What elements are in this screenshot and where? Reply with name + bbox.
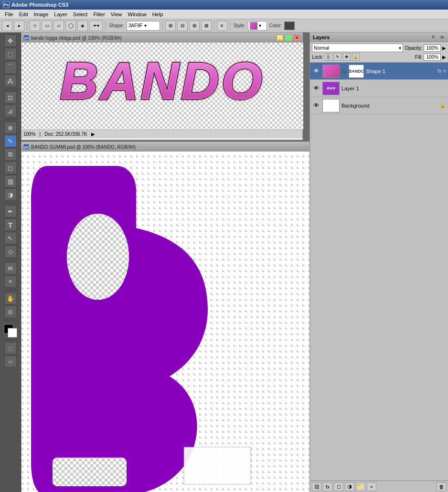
layers-panel-expand[interactable]: ≫ — [439, 35, 445, 40]
toolbar-align-btn[interactable]: ≡ — [217, 21, 227, 31]
lock-all[interactable]: 🔒 — [352, 53, 360, 61]
tool-sep6 — [3, 320, 18, 320]
tool-screen-mode[interactable]: ▭ — [4, 355, 17, 368]
menu-view[interactable]: View — [108, 11, 125, 18]
tool-move[interactable]: ✥ — [4, 34, 17, 47]
menu-image[interactable]: Image — [31, 11, 52, 18]
doc1-minimize[interactable]: _ — [277, 34, 283, 41]
menu-select[interactable]: Select — [70, 11, 91, 18]
toolbar-btn1[interactable]: ⊹ — [30, 21, 40, 31]
doc1-doc-size-label: | — [40, 131, 41, 137]
layer-delete-btn[interactable]: 🗑 — [437, 482, 446, 491]
tool-eyedropper[interactable]: ⊿ — [4, 105, 17, 117]
lock-transparent-pixels[interactable]: ⣿ — [325, 53, 332, 61]
eye-icon-background: 👁 — [313, 102, 320, 109]
fill-arrow[interactable]: ▶ — [442, 55, 446, 60]
tool-pen[interactable]: ✒ — [4, 205, 17, 218]
style-dropdown[interactable]: ▾ — [248, 21, 267, 31]
toolbar-style-btn4[interactable]: ⊠ — [201, 21, 212, 31]
opacity-label: Opacity: — [405, 45, 423, 51]
tool-sep4 — [3, 260, 18, 260]
tool-zoom[interactable]: ⊙ — [4, 306, 17, 318]
toolbar-style-btn2[interactable]: ⊟ — [177, 21, 188, 31]
layer-new-btn[interactable]: + — [367, 482, 376, 491]
tool-lasso[interactable]: ⌒ — [4, 61, 17, 74]
lock-image-pixels[interactable]: ✎ — [334, 53, 341, 61]
tool-gradient[interactable]: ▥ — [4, 175, 17, 187]
layer2-visibility[interactable]: 👁 — [312, 84, 320, 93]
layer-item-shape1[interactable]: 👁 ⛓ BANDO Shape 1 fx ≡ — [310, 63, 448, 80]
svg-rect-6 — [53, 458, 127, 486]
doc1-doc-size: Doc: 252.5K/336.7K — [44, 131, 87, 137]
menu-layer[interactable]: Layer — [51, 11, 70, 18]
menu-help[interactable]: Help — [149, 11, 166, 18]
svg-point-4 — [67, 214, 129, 300]
ps-app-icon: Ps — [3, 1, 10, 8]
toolbar-style-btn1[interactable]: ⊞ — [165, 21, 176, 31]
tool-crop[interactable]: ⊡ — [4, 91, 17, 104]
tool-hand[interactable]: ✋ — [4, 292, 17, 305]
tool-heal[interactable]: ⊕ — [4, 121, 17, 134]
tool-notes[interactable]: ✉ — [4, 262, 17, 274]
menu-edit[interactable]: Edit — [16, 11, 31, 18]
layer-adjustment-btn[interactable]: ◑ — [345, 482, 354, 491]
content-area: ps bando logga riktiga.psd @ 100% (RGB/8… — [21, 33, 309, 492]
layer3-thumbnail — [322, 99, 340, 112]
layer2-name: Layer 1 — [341, 86, 446, 91]
title-bar: Ps Adobe Photoshop CS3 — [0, 0, 448, 10]
layer-link-btn[interactable]: ⛓ — [312, 482, 321, 491]
toolbar-sep5 — [230, 21, 230, 31]
lock-position[interactable]: ✥ — [343, 53, 351, 61]
tool-brush[interactable]: ✎ — [4, 135, 17, 147]
main-area: ✥ ⬚ ⌒ ⁂ ⊡ ⊿ ⊕ ✎ ⧉ ◻ ▥ ◑ ✒ T ↖ ◇ ✉ ⌖ ✋ ⊙ … — [0, 33, 448, 492]
blend-mode-dropdown[interactable]: Normal ▾ — [312, 44, 403, 52]
opacity-value[interactable]: 100% — [424, 44, 441, 52]
menu-file[interactable]: File — [2, 11, 16, 18]
eye-icon-shape1: 👁 — [313, 67, 320, 75]
toolbar-style-btn3[interactable]: ⊞ — [189, 21, 200, 31]
color-swatches[interactable] — [4, 324, 17, 338]
layer1-options[interactable]: ≡ — [443, 68, 446, 74]
fill-value[interactable]: 100% — [424, 54, 441, 61]
doc1-maximize[interactable]: □ — [285, 34, 292, 41]
tool-text[interactable]: T — [4, 219, 17, 231]
layer-style-btn[interactable]: fx — [323, 482, 332, 491]
doc2-svg — [21, 152, 309, 492]
doc1-svg: BANDO BANDO — [21, 43, 303, 130]
layers-panel-close[interactable]: ✕ — [431, 34, 435, 40]
menu-filter[interactable]: Filter — [90, 11, 107, 18]
layer1-visibility[interactable]: 👁 — [312, 67, 320, 76]
toolbar-btn5[interactable]: ◈ — [77, 21, 88, 31]
tool-quick-mask[interactable]: ⬚ — [4, 342, 17, 354]
toolbar-btn3[interactable]: ▱ — [53, 21, 64, 31]
tool-nav-back[interactable]: ◂ — [2, 21, 12, 31]
tool-sep1 — [3, 89, 18, 89]
background-color[interactable] — [8, 328, 17, 338]
tool-magic-wand[interactable]: ⁂ — [4, 75, 17, 87]
menu-window[interactable]: Window — [125, 11, 149, 18]
tool-selection[interactable]: ⬚ — [4, 48, 17, 60]
doc1-arrow[interactable]: ▶ — [91, 131, 95, 137]
layer-group-btn[interactable]: 📁 — [356, 482, 365, 491]
tool-shape[interactable]: ◇ — [4, 245, 17, 258]
lock-label: Lock: — [312, 55, 323, 60]
tool-measure[interactable]: ⌖ — [4, 275, 17, 288]
tool-eraser[interactable]: ◻ — [4, 162, 17, 174]
layer-item-background[interactable]: 👁 Background 🔒 — [310, 97, 448, 114]
toolbar-btn2[interactable]: ▭ — [42, 21, 52, 31]
layer-mask-btn[interactable]: ◻ — [334, 482, 343, 491]
layer1-name: Shape 1 — [366, 68, 436, 74]
tool-clone[interactable]: ⧉ — [4, 148, 17, 161]
layers-row1: Normal ▾ Opacity: 100% ▶ — [312, 44, 446, 52]
layer-item-layer1[interactable]: 👁 BAN Layer 1 — [310, 80, 448, 97]
toolbar-btn4[interactable]: ◯ — [65, 21, 76, 31]
toolbar-pen-btn[interactable]: ✒▾ — [89, 21, 103, 31]
opacity-arrow[interactable]: ▶ — [442, 45, 446, 51]
tool-dodge[interactable]: ◑ — [4, 188, 17, 201]
doc1-close[interactable]: ✕ — [294, 34, 300, 41]
tool-nav-fwd[interactable]: ▸ — [14, 21, 24, 31]
tool-path-select[interactable]: ↖ — [4, 232, 17, 244]
layer3-visibility[interactable]: 👁 — [312, 101, 320, 110]
color-swatch[interactable] — [284, 22, 295, 30]
shape-dropdown[interactable]: 3AF9F▾ — [127, 21, 160, 31]
